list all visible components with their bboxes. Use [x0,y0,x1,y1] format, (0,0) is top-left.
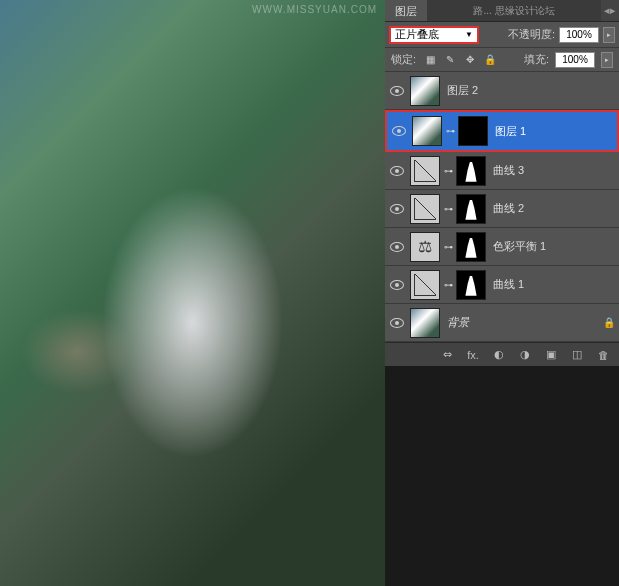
lock-icon-group: ▦ ✎ ✥ 🔒 [422,52,498,68]
layer-thumbnail[interactable] [410,308,440,338]
lock-fill-row: 锁定: ▦ ✎ ✥ 🔒 填充: 100% ▸ [385,48,619,72]
layer-name-label: 图层 2 [447,83,478,98]
chevron-down-icon: ▼ [465,30,473,39]
panel-footer: ⇔ fx. ◐ ◑ ▣ ◫ 🗑 [385,342,619,366]
layer-mask-thumbnail[interactable] [456,232,486,262]
adjustment-layer-icon[interactable]: ◑ [517,347,533,363]
adjustment-thumbnail[interactable] [410,270,440,300]
layer-name-label: 曲线 3 [493,163,524,178]
adjustment-thumbnail[interactable] [410,194,440,224]
layer-row[interactable]: 背景 🔒 [385,304,619,342]
mask-link-icon[interactable]: ⊶ [443,242,453,252]
adjustment-thumbnail[interactable]: ⚖ [410,232,440,262]
new-layer-icon[interactable]: ◫ [569,347,585,363]
lock-transparency-icon[interactable]: ▦ [422,52,438,68]
layer-row[interactable]: ⊶ 曲线 3 [385,152,619,190]
eye-icon[interactable] [390,166,404,176]
fill-input[interactable]: 100% [555,52,595,68]
eye-icon[interactable] [390,318,404,328]
layer-name-label: 背景 [447,315,469,330]
document-canvas[interactable]: WWW.MISSYUAN.COM [0,0,385,586]
tab-other[interactable]: 路... 思缘设计论坛 [427,0,601,21]
blend-mode-value: 正片叠底 [395,27,439,42]
add-mask-icon[interactable]: ◐ [491,347,507,363]
lock-pixels-icon[interactable]: ✎ [442,52,458,68]
mask-link-icon[interactable]: ⊶ [445,126,455,136]
layers-panel: 图层 路... 思缘设计论坛 ◂▸ 正片叠底 ▼ 不透明度: 100% ▸ 锁定… [385,0,619,366]
layers-list: 图层 2 ⊶ 图层 1 ⊶ 曲线 3 ⊶ 曲线 2 ⚖ ⊶ [385,72,619,342]
layer-thumbnail[interactable] [412,116,442,146]
link-layers-icon[interactable]: ⇔ [439,347,455,363]
eye-icon[interactable] [390,242,404,252]
panel-tab-bar: 图层 路... 思缘设计论坛 ◂▸ [385,0,619,22]
layer-mask-thumbnail[interactable] [456,270,486,300]
fx-icon[interactable]: fx. [465,347,481,363]
canvas-image [0,0,385,586]
layer-row[interactable]: ⊶ 曲线 2 [385,190,619,228]
lock-position-icon[interactable]: ✥ [462,52,478,68]
layer-row[interactable]: ⚖ ⊶ 色彩平衡 1 [385,228,619,266]
lock-all-icon[interactable]: 🔒 [482,52,498,68]
mask-link-icon[interactable]: ⊶ [443,280,453,290]
mask-link-icon[interactable]: ⊶ [443,166,453,176]
blend-mode-select[interactable]: 正片叠底 ▼ [389,26,479,44]
layer-mask-thumbnail[interactable] [458,116,488,146]
layer-mask-thumbnail[interactable] [456,194,486,224]
panel-collapse-icon[interactable]: ◂▸ [601,0,619,21]
layer-name-label: 色彩平衡 1 [493,239,546,254]
watermark-text: WWW.MISSYUAN.COM [252,4,377,15]
fill-label: 填充: [524,52,549,67]
opacity-input[interactable]: 100% [559,27,599,43]
eye-icon[interactable] [390,280,404,290]
mask-link-icon[interactable]: ⊶ [443,204,453,214]
trash-icon[interactable]: 🗑 [595,347,611,363]
layer-thumbnail[interactable] [410,76,440,106]
lock-icon: 🔒 [601,315,617,331]
eye-icon[interactable] [390,86,404,96]
adjustment-thumbnail[interactable] [410,156,440,186]
layer-name-label: 曲线 1 [493,277,524,292]
layer-row[interactable]: ⊶ 曲线 1 [385,266,619,304]
blend-opacity-row: 正片叠底 ▼ 不透明度: 100% ▸ [385,22,619,48]
eye-icon[interactable] [392,126,406,136]
opacity-label: 不透明度: [508,27,555,42]
group-icon[interactable]: ▣ [543,347,559,363]
layer-row[interactable]: 图层 2 [385,72,619,110]
lock-label: 锁定: [391,52,416,67]
opacity-stepper[interactable]: ▸ [603,27,615,43]
layer-name-label: 曲线 2 [493,201,524,216]
layer-name-label: 图层 1 [495,124,526,139]
layer-mask-thumbnail[interactable] [456,156,486,186]
layer-row-selected[interactable]: ⊶ 图层 1 [385,110,619,152]
eye-icon[interactable] [390,204,404,214]
tab-layers[interactable]: 图层 [385,0,427,21]
fill-stepper[interactable]: ▸ [601,52,613,68]
